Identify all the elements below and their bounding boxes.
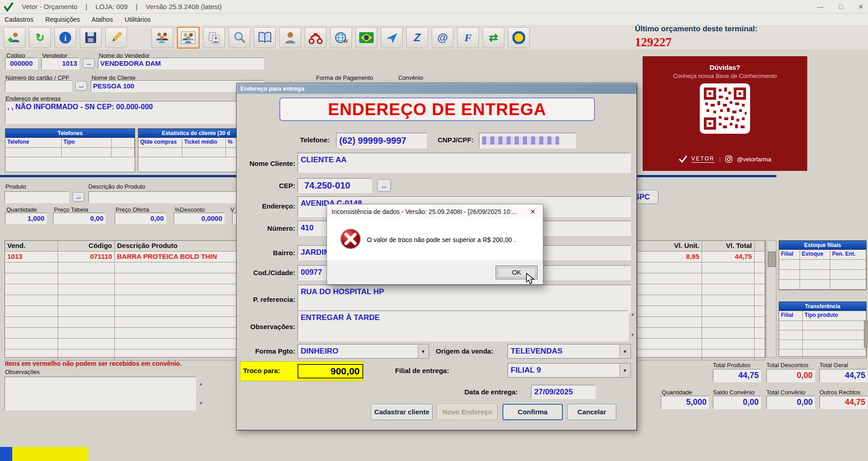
last-budget-value: 129227 bbox=[635, 35, 672, 49]
table-row[interactable] bbox=[779, 260, 866, 270]
cod-cidade-label: Cod./Cidade: bbox=[239, 269, 295, 277]
table-row[interactable] bbox=[779, 330, 866, 340]
store-number: LOJA: 009 bbox=[95, 3, 127, 10]
plane-icon[interactable] bbox=[381, 27, 403, 48]
minimize-button[interactable]: — bbox=[817, 3, 824, 10]
data-entrega-field[interactable]: 27/09/2025 bbox=[531, 385, 595, 399]
vetor-logo-icon bbox=[4, 2, 14, 12]
origem-venda-dropdown[interactable]: TELEVENDAS ▼ bbox=[507, 344, 631, 359]
produto-browse-button[interactable]: ... bbox=[73, 192, 84, 202]
menu-requisicoes[interactable]: Requisições bbox=[45, 16, 80, 23]
table-row[interactable] bbox=[779, 340, 866, 349]
search-icon[interactable] bbox=[229, 27, 250, 48]
cnpj-field[interactable] bbox=[479, 133, 576, 148]
observacoes-modal-label: Observações: bbox=[239, 323, 295, 330]
modal-obs-scroll-up-icon[interactable]: ▲ bbox=[630, 311, 635, 316]
transfer-scrollbar[interactable] bbox=[864, 320, 868, 348]
add-client-icon[interactable] bbox=[4, 27, 25, 48]
menu-utilitarios[interactable]: Utilitários bbox=[125, 16, 151, 23]
troco-field[interactable]: 900,00 bbox=[297, 364, 363, 379]
col-vl-total: Vl. Total bbox=[702, 241, 755, 251]
nome-vendedor-field[interactable]: VENDEDORA DAM bbox=[98, 58, 264, 69]
table-row[interactable] bbox=[779, 321, 866, 330]
kb-subtitle: Conheça nossa Base de Conhecimento bbox=[643, 73, 807, 79]
dialog-footer: OK bbox=[327, 260, 543, 284]
codigo-field[interactable]: 000000 bbox=[5, 58, 38, 69]
observacoes-textarea[interactable] bbox=[5, 377, 196, 410]
descricao-produto-label: Descrição do Produto bbox=[88, 183, 145, 190]
compass-icon[interactable]: @ bbox=[432, 27, 454, 48]
col-vend: Vend. bbox=[5, 241, 58, 251]
phones-table-title: Telefones bbox=[5, 129, 135, 138]
vendedor-field[interactable]: 1013 bbox=[41, 58, 79, 69]
clients-group-icon[interactable] bbox=[151, 27, 173, 48]
referencia-field[interactable]: RUA DO HOSPITAL HP bbox=[297, 285, 631, 313]
table-row[interactable] bbox=[779, 349, 866, 359]
telefone-field[interactable]: (62) 99999-9997 bbox=[336, 133, 427, 148]
outros-recbtos-field: 44,75 bbox=[819, 396, 868, 409]
refresh-icon[interactable]: ↻ bbox=[29, 27, 51, 48]
table-row[interactable] bbox=[5, 148, 135, 157]
produto-field[interactable] bbox=[5, 191, 69, 203]
obs-scroll-down-icon[interactable]: ▼ bbox=[199, 401, 203, 406]
dialog-close-icon[interactable]: ✕ bbox=[522, 204, 543, 219]
brazil-flag-icon[interactable] bbox=[356, 27, 377, 48]
copy-client-icon[interactable] bbox=[203, 27, 225, 48]
table-row[interactable] bbox=[5, 157, 135, 172]
dialog-title: Inconsistência de dados - Versão: 25.09.… bbox=[327, 204, 543, 219]
cliente-browse-button[interactable]: ... bbox=[75, 81, 87, 91]
delivery-motorcycle-icon[interactable] bbox=[305, 27, 327, 48]
target-icon[interactable] bbox=[508, 27, 530, 48]
convenio-warning-text: Itens em vermelho não podem ser recebido… bbox=[5, 360, 182, 367]
info-icon[interactable]: i bbox=[54, 27, 76, 48]
transferencia-panel: Transferência Filial Tipo produto bbox=[779, 301, 867, 357]
confirma-button[interactable]: Confirma bbox=[502, 404, 563, 420]
cep-field[interactable]: 74.250-010 bbox=[297, 178, 372, 193]
save-icon[interactable] bbox=[80, 27, 102, 48]
forma-pgto-dropdown[interactable]: DINHEIRO ▼ bbox=[297, 344, 429, 359]
menu-atalhos[interactable]: Atalhos bbox=[92, 16, 113, 23]
quantidade-field[interactable]: 1,000 bbox=[5, 213, 47, 224]
modal-titlebar[interactable]: Endereço para entrega bbox=[237, 84, 636, 94]
table-row[interactable] bbox=[779, 280, 866, 290]
modal-obs-scroll-down-icon[interactable]: ▼ bbox=[630, 332, 635, 337]
nome-cliente-modal-field[interactable]: CLIENTE AA bbox=[297, 153, 631, 173]
vendedor-browse-button[interactable]: ... bbox=[83, 58, 95, 68]
preco-tabela-field[interactable]: 0,00 bbox=[53, 213, 106, 224]
desconto-field[interactable]: 0,0000 bbox=[174, 213, 224, 224]
col-vl-unit: Vl. Unit. bbox=[635, 241, 702, 251]
items-grid-scrollbar[interactable] bbox=[766, 240, 776, 358]
filial-entrega-dropdown[interactable]: FILIAL 9 ▼ bbox=[507, 363, 631, 378]
script-z-icon[interactable]: Z bbox=[406, 27, 428, 48]
cancelar-button[interactable]: Cancelar bbox=[567, 404, 616, 420]
titlebar: Vetor - Orçamento | LOJA: 009 | Versão 2… bbox=[0, 0, 868, 14]
transfer-col-tipo: Tipo produto bbox=[803, 311, 866, 320]
cartao-cpf-field[interactable] bbox=[5, 80, 72, 92]
cep-browse-button[interactable]: ... bbox=[377, 180, 391, 192]
sync-icon[interactable]: ⇄ bbox=[483, 27, 504, 48]
knowledge-base-panel: Dúvidas? Conheça nossa Base de Conhecime… bbox=[643, 56, 807, 171]
observacoes-modal-field[interactable]: ENTREGAR À TARDE bbox=[297, 311, 629, 341]
cadastrar-cliente-button[interactable]: Cadastrar cliente bbox=[371, 404, 433, 420]
bottom-blue-block bbox=[0, 447, 12, 461]
obs-scroll-up-icon[interactable]: ▲ bbox=[199, 381, 203, 386]
menu-cadastros[interactable]: Cadastros bbox=[5, 16, 34, 23]
table-row[interactable] bbox=[779, 270, 866, 280]
ok-button[interactable]: OK bbox=[496, 266, 537, 279]
forma-pagamento-label: Forma de Pagamento bbox=[316, 74, 373, 81]
formula-f-icon[interactable]: F bbox=[457, 27, 479, 48]
window-title: Vetor - Orçamento bbox=[22, 3, 78, 10]
maximize-button[interactable]: □ bbox=[839, 3, 843, 10]
edit-pencil-icon[interactable] bbox=[105, 27, 127, 48]
customer-icon[interactable] bbox=[279, 27, 301, 48]
item-vl-unit: 8,95 bbox=[635, 252, 702, 262]
catalog-book-icon[interactable] bbox=[254, 27, 276, 48]
stats-col-ticket: Ticket médio bbox=[182, 138, 226, 147]
close-button[interactable]: ✕ bbox=[858, 3, 863, 10]
preco-oferta-field[interactable]: 0,00 bbox=[115, 213, 166, 224]
client-photos-icon[interactable] bbox=[177, 27, 200, 49]
web-globe-icon[interactable]: R bbox=[330, 27, 352, 48]
menubar: Cadastros Requisições Atalhos Utilitário… bbox=[0, 14, 868, 26]
desconto-label: %Desconto bbox=[175, 206, 205, 213]
titlebar-separator: | bbox=[86, 3, 88, 10]
